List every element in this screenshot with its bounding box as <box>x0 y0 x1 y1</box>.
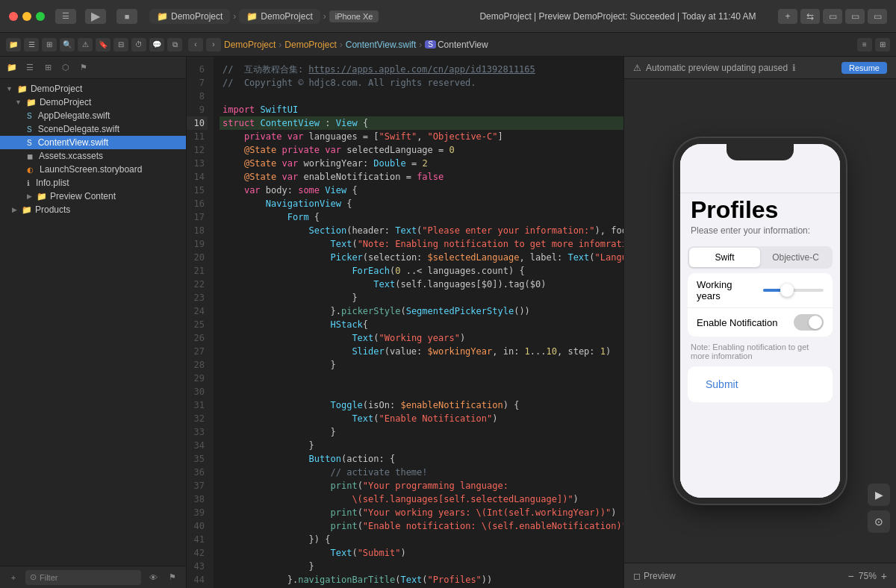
code-line-40: print("Enable notification: \(self.enabl… <box>220 519 623 533</box>
device-label: iPhone Xe <box>329 10 379 22</box>
preview-body: Profiles Please enter your information: … <box>624 79 896 563</box>
grid-icon-btn[interactable]: ⊞ <box>42 38 57 51</box>
code-line-18: Section(header: Text("Please enter your … <box>220 224 623 237</box>
diff-icon-btn[interactable]: ⊟ <box>113 38 128 51</box>
filter-input[interactable]: ⊙ Filter <box>25 570 141 585</box>
sidebar-label-assets: Assets.xcassets <box>39 151 103 161</box>
code-line-30 <box>220 385 623 398</box>
minimize-button[interactable] <box>22 12 31 21</box>
bc-demoproject[interactable]: DemoProject <box>224 40 276 50</box>
warning-icon-btn[interactable]: ⚠ <box>78 38 93 51</box>
sidebar-folder-icon[interactable]: 📁 <box>4 61 19 75</box>
bubble-icon-btn[interactable]: 💬 <box>149 38 164 51</box>
preview-header-text: Automatic preview updating paused <box>646 63 788 73</box>
sidebar-grid-icon[interactable]: ⊞ <box>40 61 55 75</box>
sidebar-item-appdelegate[interactable]: S AppDelegate.swift <box>0 109 186 122</box>
add-button[interactable]: + <box>778 9 797 24</box>
zoom-button[interactable] <box>36 12 45 21</box>
run-button[interactable]: ▶ <box>85 9 106 24</box>
bookmark-icon-btn[interactable]: 🔖 <box>96 38 111 51</box>
code-line-43: } <box>220 560 623 573</box>
tab-demoproject[interactable]: 📁 DemoProject <box>149 9 230 24</box>
code-line-37: print("Your programming language: <box>220 479 623 492</box>
stop-button[interactable]: ■ <box>116 9 137 24</box>
code-line-33: } <box>220 425 623 439</box>
zoom-in-button[interactable]: + <box>881 570 887 582</box>
sidebar-eye-icon[interactable]: 👁 <box>146 571 161 584</box>
sidebar-report-icon[interactable]: ⚑ <box>76 61 91 75</box>
history-icon-btn[interactable]: ⏱ <box>131 38 146 51</box>
sidebar-item-preview-content[interactable]: ▶ 📁 Preview Content <box>0 190 186 203</box>
sidebar-label-appdelegate: AppDelegate.swift <box>38 110 111 121</box>
pin-preview-icon[interactable]: ⊙ <box>868 510 890 533</box>
zoom-out-button[interactable]: − <box>848 570 854 582</box>
list-icon-btn[interactable]: ☰ <box>24 38 39 51</box>
inspector-icon[interactable]: ⊞ <box>875 38 890 51</box>
tab-bar: 📁 DemoProject › 📁 DemoProject › iPhone X… <box>149 9 458 24</box>
sidebar-breakpoint-icon[interactable]: ⬡ <box>58 61 73 75</box>
code-line-21: ForEach(0 ..< languages.count) { <box>220 264 623 278</box>
enable-notification-label: Enable Notification <box>697 317 788 328</box>
bc-demoproject2[interactable]: DemoProject <box>284 40 336 50</box>
ios-submit-button[interactable]: Submit <box>697 372 747 396</box>
folder-icon: 📁 <box>157 11 168 22</box>
code-line-44: }.navigationBarTitle(Text("Profiles")) <box>220 573 623 587</box>
sidebar-item-contentview[interactable]: S ContentView.swift <box>0 136 186 149</box>
storyboard-icon: ◐ <box>27 166 34 174</box>
close-button[interactable] <box>9 12 18 21</box>
preview-warning-icon: ⚠ <box>633 63 641 73</box>
ios-slider[interactable] <box>763 289 824 292</box>
resume-button[interactable]: Resume <box>841 62 887 74</box>
code-line-12: @State private var selectedLanguage = 0 <box>220 143 623 157</box>
folder-icon-btn[interactable]: 📁 <box>6 38 21 51</box>
sidebar-item-demoproject-root[interactable]: ▼ 📁 DemoProject <box>0 82 186 96</box>
sidebar-item-assets[interactable]: ◼ Assets.xcassets <box>0 149 186 163</box>
ios-seg-objc[interactable]: Objective-C <box>760 248 831 267</box>
expand-arrow-icon4: ▶ <box>12 206 17 213</box>
layout-btn1[interactable]: ▭ <box>823 9 842 24</box>
code-line-36: // activate theme! <box>220 466 623 479</box>
ios-slider-thumb <box>780 284 794 297</box>
search-icon-btn[interactable]: 🔍 <box>60 38 75 51</box>
breadcrumb-right-icons: ≡ ⊞ <box>857 38 890 51</box>
sidebar-item-infoplist[interactable]: ℹ Info.plist <box>0 176 186 190</box>
sidebar-item-launchscreen[interactable]: ◐ LaunchScreen.storyboard <box>0 163 186 176</box>
folder-icon: 📁 <box>17 84 28 94</box>
sidebar-toggle-button[interactable]: ☰ <box>55 9 76 24</box>
layout-btn3[interactable]: ▭ <box>868 9 887 24</box>
nav-back-btn[interactable]: ‹ <box>188 38 203 51</box>
split-icon-btn[interactable]: ⧉ <box>167 38 182 51</box>
preview-icon: ◻ <box>633 571 641 581</box>
layout-btn2[interactable]: ▭ <box>845 9 865 24</box>
info-icon: ℹ <box>792 63 796 73</box>
ios-toggle-thumb <box>809 316 822 329</box>
list-view-icon[interactable]: ≡ <box>857 38 872 51</box>
ios-submit-row: Submit <box>688 366 833 402</box>
sidebar: 📁 ☰ ⊞ ⬡ ⚑ ▼ 📁 DemoProject ▼ 📁 DemoProjec… <box>0 57 187 588</box>
ios-segmented-control[interactable]: Swift Objective-C <box>688 246 833 269</box>
add-file-icon[interactable]: + <box>6 571 21 584</box>
live-preview-icon[interactable]: ▶ <box>868 484 890 506</box>
code-line-25: HStack{ <box>220 318 623 331</box>
code-editor[interactable]: 6 7 8 9 10 11 12 13 14 15 16 17 18 19 20… <box>187 57 623 588</box>
tab-demoproject2[interactable]: 📁 DemoProject <box>239 9 320 24</box>
code-area[interactable]: // 互动教程合集: https://apps.apple.com/cn/app… <box>214 57 623 588</box>
back-forward-button[interactable]: ⇆ <box>800 9 820 24</box>
bc-contentview-struct[interactable]: ContentView <box>438 40 488 50</box>
sidebar-item-products[interactable]: ▶ 📁 Products <box>0 203 186 216</box>
code-line-39: print("Your working years: \(Int(self.wo… <box>220 506 623 519</box>
ios-toggle[interactable] <box>794 314 824 331</box>
swift-file-icon3: S <box>27 139 32 147</box>
swift-file-icon: S <box>27 112 32 120</box>
bc-contentview-swift[interactable]: ContentView.swift <box>346 40 417 50</box>
nav-forward-btn[interactable]: › <box>206 38 221 51</box>
ios-enable-notification-row: Enable Notification <box>688 308 833 337</box>
sidebar-flag-icon[interactable]: ⚑ <box>165 571 180 584</box>
sidebar-source-icon[interactable]: ☰ <box>22 61 37 75</box>
sidebar-item-scenedelegate[interactable]: S SceneDelegate.swift <box>0 122 186 136</box>
ios-slider-fill <box>763 289 781 292</box>
sidebar-item-demoproject-sub[interactable]: ▼ 📁 DemoProject <box>0 96 186 109</box>
sidebar-label-demoproject-sub: DemoProject <box>40 97 91 107</box>
ios-seg-swift[interactable]: Swift <box>689 248 760 267</box>
code-line-28: } <box>220 358 623 372</box>
